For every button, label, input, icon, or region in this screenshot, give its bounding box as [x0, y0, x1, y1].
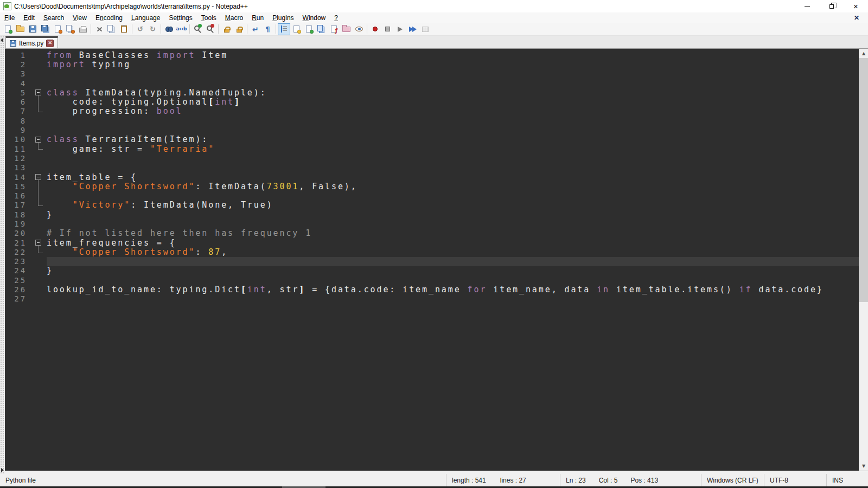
code-text[interactable]: import typing	[47, 60, 859, 69]
code-line-8[interactable]: 8	[5, 116, 859, 125]
replace-button[interactable]: a↔b	[175, 23, 188, 35]
macro-save-button[interactable]	[419, 23, 431, 35]
code-text[interactable]	[47, 125, 859, 134]
macro-run-multiple-button[interactable]	[406, 23, 419, 35]
line-number[interactable]: 26	[5, 285, 31, 294]
code-line-7[interactable]: 7 progression: bool	[5, 107, 859, 116]
close-button[interactable]	[52, 23, 64, 35]
code-text[interactable]: class ItemData(typing.NamedTuple):	[47, 88, 859, 97]
code-editor[interactable]: 1from BaseClasses import Item2import typ…	[5, 49, 859, 471]
menu-macro[interactable]: Macro	[221, 13, 247, 23]
code-text[interactable]	[47, 69, 859, 79]
macro-stop-button[interactable]	[381, 23, 394, 35]
code-line-4[interactable]: 4	[5, 79, 859, 88]
line-number[interactable]: 6	[5, 98, 31, 106]
collapse-left-arrow-icon[interactable]	[1, 38, 3, 42]
line-number[interactable]: 7	[5, 107, 31, 115]
code-text[interactable]: "Copper Shortsword": ItemData(73001, Fal…	[47, 182, 859, 191]
print-button[interactable]	[76, 23, 89, 35]
menu-file[interactable]: File	[0, 13, 19, 23]
code-line-21[interactable]: 21item_frequencies = {	[5, 238, 859, 247]
menu-plugins[interactable]: Plugins	[268, 13, 298, 23]
code-text[interactable]: from BaseClasses import Item	[47, 50, 859, 60]
word-wrap-button[interactable]: ↵	[249, 23, 261, 35]
code-text[interactable]	[47, 79, 859, 88]
close-all-button[interactable]	[64, 23, 76, 35]
menu-run[interactable]: Run	[247, 13, 268, 23]
function-list-button[interactable]	[328, 23, 340, 35]
redo-button[interactable]: ↻	[146, 23, 159, 35]
menu-edit[interactable]: Edit	[19, 13, 39, 23]
line-number[interactable]: 22	[5, 248, 31, 256]
fold-margin-collapse[interactable]	[31, 88, 47, 97]
restore-button[interactable]	[819, 0, 844, 12]
line-number[interactable]: 21	[5, 239, 31, 247]
line-number[interactable]: 10	[5, 135, 31, 144]
undo-button[interactable]: ↺	[134, 23, 146, 35]
status-encoding[interactable]: UTF-8	[764, 474, 826, 486]
code-line-26[interactable]: 26lookup_id_to_name: typing.Dict[int, st…	[5, 285, 859, 294]
vertical-scroll-thumb[interactable]	[859, 58, 868, 302]
code-text[interactable]	[47, 116, 859, 125]
code-line-1[interactable]: 1from BaseClasses import Item	[5, 50, 859, 60]
code-text[interactable]: item_frequencies = {	[47, 238, 859, 247]
code-line-27[interactable]: 27	[5, 294, 859, 304]
code-line-25[interactable]: 25	[5, 275, 859, 285]
document-list-button[interactable]	[315, 23, 328, 35]
menu-search[interactable]: Search	[39, 13, 68, 23]
line-number[interactable]: 14	[5, 173, 31, 182]
code-text[interactable]	[47, 153, 859, 163]
sync-horizontal-scrolling-button[interactable]	[233, 23, 245, 35]
code-line-13[interactable]: 13	[5, 163, 859, 172]
fold-collapse-icon[interactable]	[35, 137, 41, 143]
menu-window[interactable]: Window	[298, 13, 330, 23]
code-text[interactable]: }	[47, 210, 859, 219]
line-number[interactable]: 16	[5, 191, 31, 200]
save-button[interactable]	[27, 23, 39, 35]
code-line-16[interactable]: 16	[5, 191, 859, 200]
close-button[interactable]: ×	[844, 0, 868, 12]
code-text[interactable]: code: typing.Optional[int]	[47, 97, 859, 106]
line-number[interactable]: 5	[5, 88, 31, 97]
code-line-23[interactable]: 23	[5, 257, 859, 266]
code-line-17[interactable]: 17 "Victory": ItemData(None, True)	[5, 201, 859, 210]
minimize-button[interactable]	[795, 0, 819, 12]
fold-margin-collapse[interactable]	[31, 238, 47, 247]
find-button[interactable]	[163, 23, 175, 35]
menu-encoding[interactable]: Encoding	[91, 13, 127, 23]
fold-collapse-icon[interactable]	[35, 89, 41, 95]
sync-vertical-scrolling-button[interactable]	[220, 23, 233, 35]
document-map-button[interactable]	[303, 23, 315, 35]
code-text[interactable]: class TerrariaItem(Item):	[47, 135, 859, 144]
line-number[interactable]: 2	[5, 60, 31, 69]
code-line-10[interactable]: 10class TerrariaItem(Item):	[5, 135, 859, 144]
code-text[interactable]	[47, 294, 859, 304]
zoom-in-button[interactable]	[192, 23, 204, 35]
fold-collapse-icon[interactable]	[35, 240, 41, 246]
tab-items-py[interactable]: Items.py ✕	[5, 36, 58, 48]
code-text[interactable]: "Victory": ItemData(None, True)	[47, 201, 859, 210]
line-number[interactable]: 4	[5, 79, 31, 88]
code-text[interactable]: }	[47, 266, 859, 275]
code-text[interactable]: lookup_id_to_name: typing.Dict[int, str]…	[47, 285, 859, 294]
line-number[interactable]: 13	[5, 163, 31, 172]
code-line-14[interactable]: 14item_table = {	[5, 172, 859, 182]
zoom-out-button[interactable]	[204, 23, 216, 35]
code-line-2[interactable]: 2import typing	[5, 60, 859, 69]
code-text[interactable]	[47, 219, 859, 228]
line-number[interactable]: 1	[5, 51, 31, 60]
fold-collapse-icon[interactable]	[35, 174, 41, 180]
line-number[interactable]: 3	[5, 69, 31, 78]
line-number[interactable]: 19	[5, 220, 31, 228]
menu-help[interactable]: ?	[330, 13, 342, 23]
code-text[interactable]: "Copper Shortsword": 87,	[47, 247, 859, 256]
code-text[interactable]	[47, 163, 859, 172]
fold-margin-collapse[interactable]	[31, 135, 47, 144]
code-line-9[interactable]: 9	[5, 125, 859, 134]
menu-language[interactable]: Language	[127, 13, 164, 23]
line-number[interactable]: 27	[5, 294, 31, 303]
line-number[interactable]: 23	[5, 257, 31, 266]
new-file-button[interactable]	[2, 23, 14, 35]
code-line-12[interactable]: 12	[5, 153, 859, 163]
line-number[interactable]: 25	[5, 276, 31, 285]
